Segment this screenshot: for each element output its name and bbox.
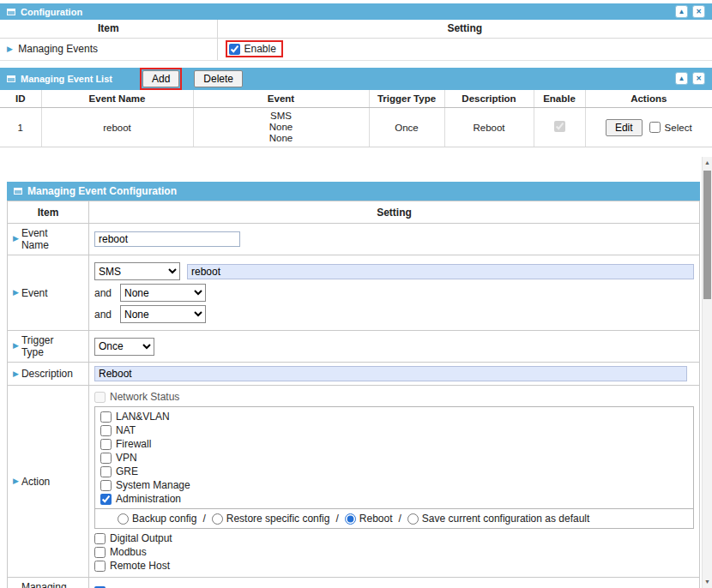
row-event-name-cell: reboot [41, 108, 193, 147]
row-arrow-icon: ▶ [13, 369, 19, 378]
event-value-input[interactable] [187, 264, 694, 279]
system-manage-checkbox[interactable] [100, 480, 112, 491]
reboot-label: Reboot [359, 513, 393, 525]
event-second-select[interactable]: None [120, 284, 206, 302]
managing-events-label: Managing Events [18, 43, 98, 55]
description-label: Description [21, 368, 73, 380]
configuration-table: Item Setting ▶ Managing Events Enable [0, 20, 712, 61]
panel-header-buttons: ▲ ✕ [675, 5, 705, 18]
row-arrow-icon: ▶ [7, 45, 13, 53]
row-actions-cell: Edit Select [585, 108, 712, 147]
trigger-type-label: Trigger Type [21, 334, 78, 358]
row-select-checkbox[interactable] [649, 122, 661, 133]
configuration-panel: Configuration ▲ ✕ Item Setting ▶ Managin… [0, 3, 712, 61]
digital-output-label: Digital Output [110, 532, 172, 544]
panel-header-buttons: ▲ ✕ [675, 72, 705, 85]
row-enable-cell [534, 108, 585, 147]
close-icon[interactable]: ✕ [692, 72, 705, 85]
event-label: Event [21, 287, 48, 299]
firewall-checkbox[interactable] [100, 439, 112, 450]
delete-button[interactable]: Delete [194, 70, 243, 87]
event-line-3: None [196, 133, 367, 144]
add-button[interactable]: Add [142, 70, 179, 87]
remote-host-checkbox[interactable] [94, 561, 106, 572]
option-separator: / [202, 513, 205, 525]
add-highlight-box: Add [140, 68, 182, 90]
description-row: ▶Description [8, 363, 700, 386]
event-configuration-table: Item Setting ▶Event Name ▶Event SMS [7, 201, 700, 588]
action-label: Action [21, 476, 50, 488]
vpn-checkbox[interactable] [100, 453, 112, 464]
backup-config-radio[interactable] [118, 513, 129, 525]
configuration-panel-header: Configuration ▲ ✕ [0, 3, 712, 20]
window-icon [14, 188, 22, 195]
lan-vlan-label: LAN&VLAN [116, 411, 170, 423]
list-column-event: Event [193, 90, 369, 108]
administration-checkbox[interactable] [100, 494, 112, 505]
action-group-box: LAN&VLAN NAT Firewall VPN [94, 406, 694, 529]
action-row: ▶Action Network Status LAN&VLAN [8, 386, 700, 578]
network-status-checkbox [94, 392, 106, 403]
event-line-2: None [196, 122, 367, 133]
managing-events-enable-checkbox[interactable] [229, 44, 240, 55]
event-type-select[interactable]: SMS [94, 262, 180, 280]
action-item-cell: ▶Action [8, 386, 89, 578]
description-input[interactable] [94, 366, 687, 381]
event-name-item-cell: ▶Event Name [8, 224, 89, 255]
scroll-down-icon[interactable]: ▼ [703, 576, 712, 588]
managing-event-row: ▶Managing Event Enable [8, 578, 700, 588]
digital-output-checkbox[interactable] [94, 533, 106, 544]
cfg-column-header-item: Item [8, 201, 89, 224]
and-label: and [94, 309, 113, 321]
window-icon [7, 9, 15, 15]
nat-checkbox[interactable] [100, 425, 112, 436]
vpn-label: VPN [116, 452, 137, 464]
modbus-checkbox[interactable] [94, 547, 106, 558]
network-status-label: Network Status [110, 391, 179, 403]
system-manage-label: System Manage [116, 479, 190, 491]
collapse-icon[interactable]: ▲ [675, 72, 688, 85]
row-id-cell: 1 [0, 108, 41, 147]
row-arrow-icon: ▶ [13, 477, 19, 485]
row-select-label: Select [665, 123, 692, 133]
cfg-column-header-setting: Setting [89, 201, 700, 224]
trigger-type-setting-cell: Once [89, 331, 700, 363]
trigger-type-item-cell: ▶Trigger Type [8, 331, 89, 363]
managing-event-configuration-panel: Managing Event Configuration Item Settin… [7, 182, 700, 588]
list-column-actions: Actions [585, 90, 712, 108]
event-third-select[interactable]: None [120, 305, 206, 323]
description-item-cell: ▶Description [8, 363, 89, 386]
event-row: ▶Event SMS and None and [8, 255, 700, 331]
collapse-icon[interactable]: ▲ [675, 5, 688, 18]
managing-event-setting-cell: Enable [89, 578, 700, 588]
gre-checkbox[interactable] [100, 466, 112, 477]
firewall-label: Firewall [116, 438, 151, 450]
row-arrow-icon: ▶ [13, 234, 19, 243]
row-event-cell: SMS None None [193, 108, 369, 147]
event-line-1: SMS [196, 111, 367, 122]
restore-config-radio[interactable] [212, 513, 223, 525]
reboot-radio[interactable] [345, 513, 356, 525]
managing-event-label: Managing Event [21, 581, 78, 588]
edit-button[interactable]: Edit [606, 119, 643, 136]
scroll-up-icon[interactable]: ▲ [703, 157, 712, 169]
close-icon[interactable]: ✕ [692, 5, 705, 18]
managing-event-configuration-header: Managing Event Configuration [7, 182, 700, 201]
description-setting-cell [89, 363, 700, 386]
managing-event-list-header: Managing Event List Add Delete ▲ ✕ [0, 68, 712, 90]
save-default-label: Save current configuration as default [422, 513, 589, 525]
trigger-type-row: ▶Trigger Type Once [8, 331, 700, 363]
vertical-scrollbar[interactable]: ▲ ▼ [702, 157, 712, 588]
row-arrow-icon: ▶ [13, 288, 19, 297]
managing-events-item-cell: ▶ Managing Events [0, 38, 217, 60]
list-column-trigger-type: Trigger Type [369, 90, 444, 108]
save-default-radio[interactable] [407, 513, 419, 525]
managing-event-list-panel: Managing Event List Add Delete ▲ ✕ ID Ev… [0, 68, 712, 148]
lan-vlan-checkbox[interactable] [100, 411, 112, 423]
action-setting-cell: Network Status LAN&VLAN NAT [89, 386, 700, 578]
managing-events-row: ▶ Managing Events Enable [0, 38, 712, 60]
scrollbar-thumb[interactable] [703, 171, 711, 299]
trigger-type-select[interactable]: Once [94, 338, 154, 356]
event-name-input[interactable] [94, 231, 240, 247]
modbus-label: Modbus [110, 546, 147, 558]
